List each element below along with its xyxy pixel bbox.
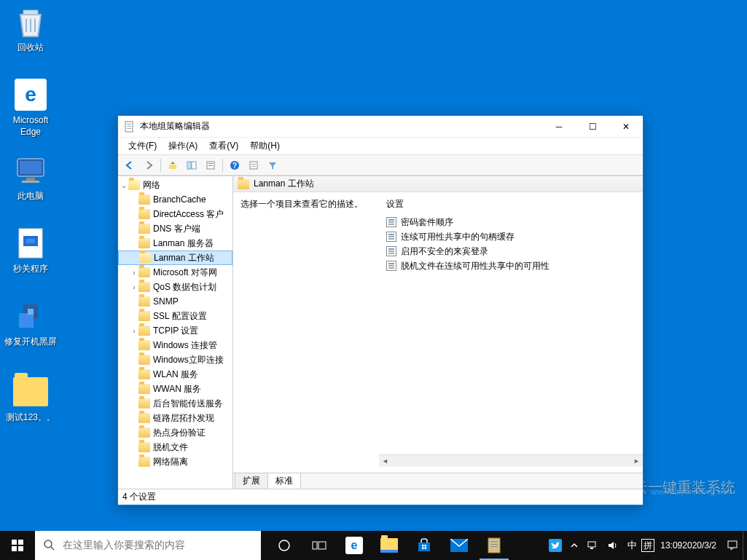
tree-root-network[interactable]: ⌄ 网络 bbox=[118, 178, 232, 192]
desktop-icon-this-pc[interactable]: 此电脑 bbox=[3, 153, 58, 202]
folder-icon bbox=[138, 384, 150, 394]
svg-rect-2 bbox=[20, 161, 42, 174]
tree-item[interactable]: 热点身份验证 bbox=[118, 425, 232, 440]
desktop-icon-test-folder[interactable]: 测试123。。 bbox=[3, 374, 58, 424]
svg-rect-35 bbox=[422, 548, 424, 550]
taskbar-mail[interactable] bbox=[442, 531, 477, 560]
tree-item[interactable]: Windows立即连接 bbox=[118, 352, 232, 367]
tree-panel[interactable]: ⌄ 网络 BranchCacheDirectAccess 客户DNS 客户端La… bbox=[118, 176, 233, 489]
description-text: 选择一个项目来查看它的描述。 bbox=[240, 198, 372, 210]
desktop-icon-shutdown-app[interactable]: 秒关程序 bbox=[3, 226, 58, 275]
menu-help[interactable]: 帮助(H) bbox=[244, 138, 286, 154]
menu-action[interactable]: 操作(A) bbox=[163, 138, 203, 154]
tray-chevron-up-icon[interactable] bbox=[566, 531, 582, 560]
up-button[interactable] bbox=[164, 157, 181, 173]
minimize-button[interactable]: ─ bbox=[542, 116, 576, 138]
setting-item[interactable]: 脱机文件在连续可用性共享中的可用性 bbox=[379, 259, 643, 273]
header-title: Lanman 工作站 bbox=[254, 178, 314, 190]
tree-item[interactable]: DNS 客户端 bbox=[118, 221, 232, 236]
tree-item[interactable]: Windows 连接管 bbox=[118, 338, 232, 352]
export-button[interactable] bbox=[245, 157, 262, 173]
taskbar-gpedit[interactable] bbox=[477, 531, 512, 560]
svg-rect-25 bbox=[251, 164, 256, 165]
folder-icon bbox=[138, 369, 150, 379]
svg-rect-18 bbox=[192, 162, 196, 169]
tree-item[interactable]: SSL 配置设置 bbox=[118, 309, 232, 323]
menu-view[interactable]: 查看(V) bbox=[203, 138, 244, 154]
tree-label: WLAN 服务 bbox=[153, 368, 198, 381]
scroll-right-button[interactable]: ► bbox=[630, 455, 643, 467]
folder-icon bbox=[138, 311, 150, 321]
edge-icon: e bbox=[13, 77, 48, 112]
svg-rect-34 bbox=[425, 545, 427, 547]
tree-label: WWAN 服务 bbox=[153, 383, 201, 395]
tree-item[interactable]: Lanman 服务器 bbox=[118, 236, 232, 251]
expand-icon[interactable]: › bbox=[130, 269, 138, 277]
tree-item[interactable]: ›TCPIP 设置 bbox=[118, 323, 232, 338]
expand-icon[interactable]: › bbox=[130, 327, 138, 335]
start-button[interactable] bbox=[0, 531, 35, 560]
tree-item[interactable]: 后台智能传送服务 bbox=[118, 396, 232, 411]
show-hide-tree-button[interactable] bbox=[183, 157, 200, 173]
ime-language[interactable]: 中 bbox=[623, 531, 641, 560]
search-box[interactable]: 在这里输入你要搜索的内容 bbox=[35, 531, 261, 560]
tree-item[interactable]: 链路层拓扑发现 bbox=[118, 411, 232, 425]
tab-standard[interactable]: 标准 bbox=[267, 473, 301, 489]
setting-item[interactable]: 密码套件顺序 bbox=[379, 215, 643, 229]
svg-rect-24 bbox=[250, 162, 257, 169]
tab-extended[interactable]: 扩展 bbox=[235, 473, 268, 489]
menu-file[interactable]: 文件(F) bbox=[122, 138, 163, 154]
desktop-icon-repair-boot[interactable]: 修复开机黑屏 bbox=[3, 299, 58, 348]
svg-rect-10 bbox=[28, 309, 34, 315]
tree-item[interactable]: 脱机文件 bbox=[118, 440, 232, 454]
desktop-icon-edge[interactable]: e Microsoft Edge bbox=[3, 77, 58, 138]
tree-item[interactable]: Lanman 工作站 bbox=[118, 251, 232, 265]
desktop-icon-recycle-bin[interactable]: 回收站 bbox=[3, 4, 58, 54]
action-center-button[interactable] bbox=[722, 531, 743, 560]
search-placeholder: 在这里输入你要搜索的内容 bbox=[63, 539, 185, 552]
taskbar-edge[interactable]: e bbox=[337, 531, 372, 560]
svg-rect-43 bbox=[588, 542, 595, 547]
window-title: 本地组策略编辑器 bbox=[140, 120, 542, 133]
cortana-button[interactable] bbox=[267, 531, 302, 560]
show-desktop-button[interactable] bbox=[743, 531, 747, 560]
tray-volume-icon[interactable] bbox=[603, 531, 623, 560]
properties-button[interactable] bbox=[202, 157, 219, 173]
forward-button[interactable] bbox=[140, 157, 157, 173]
filter-button[interactable] bbox=[264, 157, 281, 173]
scroll-left-button[interactable]: ◄ bbox=[379, 455, 391, 467]
svg-point-29 bbox=[279, 540, 289, 551]
svg-rect-17 bbox=[187, 162, 191, 169]
tree-item[interactable]: BranchCache bbox=[118, 192, 232, 207]
tree-item[interactable]: WLAN 服务 bbox=[118, 367, 232, 382]
taskbar-store[interactable] bbox=[407, 531, 442, 560]
folder-icon bbox=[138, 340, 150, 350]
tree-item[interactable]: ›QoS 数据包计划 bbox=[118, 280, 232, 294]
horizontal-scrollbar[interactable]: ◄ ► bbox=[379, 454, 643, 467]
scroll-track[interactable] bbox=[391, 455, 630, 467]
tree-item[interactable]: SNMP bbox=[118, 294, 232, 309]
tray-twitter-icon[interactable] bbox=[544, 531, 566, 560]
tree-item[interactable]: DirectAccess 客户 bbox=[118, 207, 232, 221]
collapse-icon[interactable]: ⌄ bbox=[120, 181, 128, 189]
task-view-button[interactable] bbox=[302, 531, 337, 560]
maximize-button[interactable]: ☐ bbox=[576, 116, 609, 138]
taskbar-explorer[interactable] bbox=[372, 531, 407, 560]
tray-network-icon[interactable] bbox=[582, 531, 603, 560]
setting-item[interactable]: 连续可用性共享中的句柄缓存 bbox=[379, 229, 643, 244]
tree-label: BranchCache bbox=[153, 194, 206, 205]
expand-icon[interactable]: › bbox=[130, 283, 138, 291]
tree-item[interactable]: ›Microsoft 对等网 bbox=[118, 265, 232, 280]
titlebar[interactable]: 本地组策略编辑器 ─ ☐ ✕ bbox=[118, 116, 643, 138]
ime-mode[interactable]: 拼 bbox=[641, 539, 654, 552]
help-button[interactable]: ? bbox=[226, 157, 243, 173]
clock[interactable]: 13:09 2020/3/2 bbox=[654, 531, 722, 560]
tree-item[interactable]: 网络隔离 bbox=[118, 454, 232, 469]
back-button[interactable] bbox=[121, 157, 138, 173]
setting-item[interactable]: 启用不安全的来宾登录 bbox=[379, 244, 643, 259]
details-header: Lanman 工作站 bbox=[233, 176, 643, 192]
folder-icon bbox=[138, 267, 150, 277]
tree-item[interactable]: WWAN 服务 bbox=[118, 382, 232, 396]
close-button[interactable]: ✕ bbox=[609, 116, 643, 138]
app-icon bbox=[13, 226, 48, 261]
